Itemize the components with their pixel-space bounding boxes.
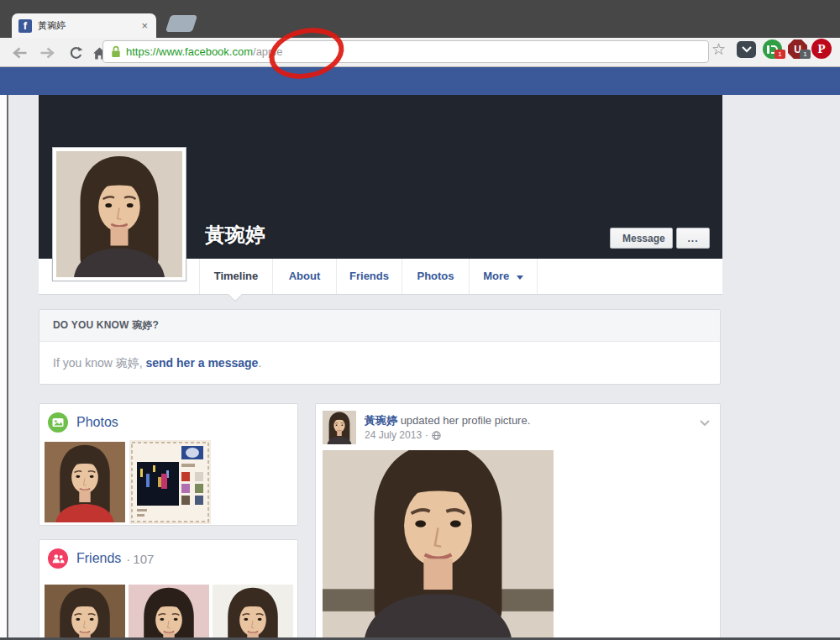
- friends-icon: [48, 548, 68, 569]
- tab-about[interactable]: About: [272, 259, 336, 294]
- friends-count: 107: [133, 552, 154, 566]
- back-button[interactable]: [10, 43, 30, 63]
- photo-thumbnail[interactable]: [45, 440, 125, 524]
- do-you-know-period: .: [258, 356, 261, 370]
- post-card: 黃琬婷 updated her profile picture. 24 July…: [315, 403, 721, 640]
- photos-icon: [48, 412, 68, 433]
- friends-card: Friends · 107: [39, 539, 298, 640]
- pinterest-extension-icon[interactable]: P: [811, 39, 832, 59]
- forward-button[interactable]: [37, 43, 57, 63]
- bookmark-star-icon[interactable]: ☆: [711, 40, 726, 59]
- ublock-extension-badge: 1: [800, 50, 811, 59]
- more-actions-button[interactable]: ...: [676, 228, 710, 249]
- send-message-link[interactable]: send her a message: [145, 356, 258, 370]
- green-extension-badge: 1: [774, 50, 785, 59]
- tab-friends[interactable]: Friends: [336, 259, 402, 294]
- post-meta-separator: ·: [425, 429, 428, 441]
- tab-more[interactable]: More: [469, 259, 538, 294]
- friend-thumbnail[interactable]: [213, 585, 293, 640]
- post-photo[interactable]: [323, 450, 554, 640]
- address-bar[interactable]: https://www.facebook.com/apple: [102, 40, 709, 63]
- photos-title-link[interactable]: Photos: [76, 415, 118, 430]
- window-left-edge: [0, 95, 8, 640]
- friends-title-link[interactable]: Friends: [76, 551, 121, 566]
- facebook-favicon: f: [18, 19, 32, 33]
- tab-more-caret-icon: [517, 275, 523, 280]
- tab-photos[interactable]: Photos: [402, 259, 469, 294]
- pinterest-letter: P: [817, 42, 825, 56]
- photos-card: Photos: [39, 403, 298, 526]
- message-button[interactable]: Message: [610, 228, 673, 249]
- friend-thumbnail[interactable]: [45, 585, 125, 640]
- reload-button[interactable]: [66, 43, 86, 63]
- do-you-know-text: If you know 琬婷,: [53, 356, 145, 370]
- do-you-know-card: DO YOU KNOW 琬婷? If you know 琬婷, send her…: [39, 309, 721, 385]
- browser-tab[interactable]: f 黃琬婷 ×: [12, 13, 156, 38]
- tab-title: 黃琬婷: [38, 19, 139, 32]
- url-host: https://www.facebook.com: [126, 45, 253, 58]
- post-action-text: updated her profile picture.: [401, 414, 531, 427]
- post-timestamp-link[interactable]: 24 July 2013: [365, 429, 422, 441]
- friends-count-separator: ·: [126, 552, 130, 566]
- facebook-navbar: [0, 67, 840, 95]
- post-options-chevron-icon[interactable]: [700, 414, 710, 429]
- privacy-public-globe-icon: [432, 431, 441, 440]
- https-lock-icon: [111, 45, 121, 58]
- photo-thumbnail[interactable]: [129, 440, 211, 524]
- screen: f 黃琬婷 × https://www.facebook.com/apple ☆…: [0, 0, 840, 640]
- pocket-extension-icon[interactable]: [737, 41, 756, 58]
- new-tab-button[interactable]: [165, 15, 197, 32]
- post-author-avatar[interactable]: [323, 411, 356, 444]
- profile-picture[interactable]: [52, 147, 186, 281]
- tab-more-label: More: [483, 270, 509, 282]
- more-actions-label: ...: [687, 235, 698, 242]
- friend-thumbnail[interactable]: [129, 585, 209, 640]
- message-button-label: Message: [622, 233, 665, 244]
- tab-close-icon[interactable]: ×: [139, 20, 150, 31]
- do-you-know-header: DO YOU KNOW 琬婷?: [39, 310, 720, 342]
- post-author-link[interactable]: 黃琬婷: [365, 414, 397, 427]
- profile-name: 黃琬婷: [205, 222, 265, 249]
